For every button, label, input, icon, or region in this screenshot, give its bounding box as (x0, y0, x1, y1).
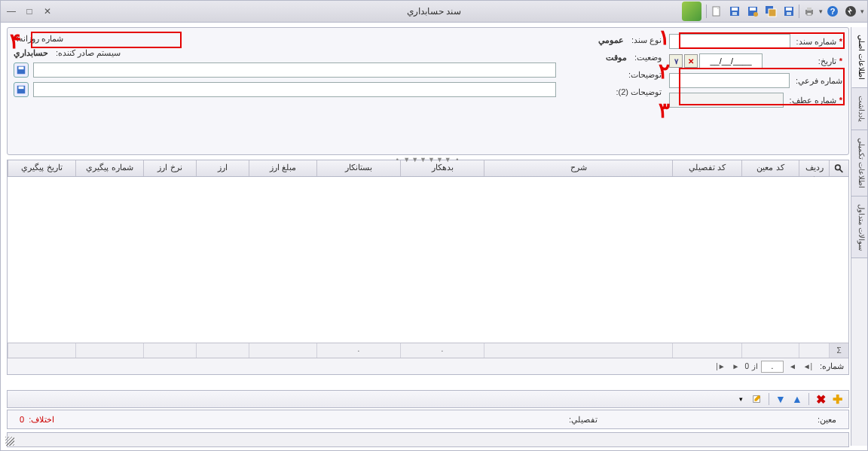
grid-toolbar: ✚ ✖ ▲ ▼ ▾ (7, 390, 849, 408)
nav-last-icon[interactable]: ►| (714, 361, 726, 373)
col-tafsili[interactable]: کد تفصيلي (672, 160, 741, 176)
atf-number-label: شماره عطف: (787, 96, 842, 105)
minimize-icon[interactable]: — (5, 5, 17, 17)
tab-note[interactable]: يادداشت (851, 88, 867, 130)
window-controls: ✕ □ — (5, 5, 53, 17)
svg-rect-16 (732, 12, 737, 15)
svg-line-23 (839, 169, 842, 172)
col-t-peygiri[interactable]: تاريخ پيگيري (8, 160, 75, 176)
date-input[interactable] (699, 53, 763, 69)
body: اطلاعات اصلي يادداشت اطلاعات تکميلي سوال… (0, 23, 868, 451)
col-row[interactable]: رديف ▲ (799, 160, 829, 176)
grid-body[interactable] (8, 177, 848, 343)
svg-rect-21 (19, 87, 24, 90)
add-row-icon[interactable]: ✚ (830, 392, 844, 406)
doc-number-input[interactable] (669, 34, 790, 49)
desc2-input[interactable] (33, 82, 556, 97)
sub-number-input[interactable] (669, 73, 790, 88)
search-column-icon[interactable] (829, 160, 848, 176)
app-logo (682, 2, 701, 21)
doc-type-value: عمومي (598, 35, 624, 45)
print-icon[interactable] (801, 3, 818, 20)
nav-shomare-label: شماره: (817, 361, 844, 371)
sum-bestankar: . (316, 343, 400, 358)
footer-bar (7, 432, 849, 447)
move-down-icon[interactable]: ▼ (774, 392, 787, 406)
desc-label: توضيحات: (625, 70, 662, 79)
dropdown-arrow-icon[interactable]: ▾ (819, 8, 823, 15)
doc-number-label: شماره سند: (793, 37, 842, 47)
toolbar: ▾ ? ▾ (682, 2, 864, 21)
nav-next-icon[interactable]: ► (729, 361, 741, 373)
delete-row-icon[interactable]: ✖ (814, 392, 827, 406)
dropdown-tool-icon[interactable]: ▾ (734, 392, 747, 406)
col-arz[interactable]: ارز (196, 160, 249, 176)
tab-extra-info[interactable]: اطلاعات تکميلي (851, 130, 867, 197)
clear-date-icon[interactable]: ✕ (684, 54, 698, 68)
annotation-number-3: ۳ (659, 98, 670, 123)
move-up-icon[interactable]: ▲ (790, 392, 804, 406)
nav-total: 0 (744, 362, 749, 370)
grip-icon[interactable]: • ▼▼▼▼▼▼ • (396, 156, 460, 163)
svg-rect-10 (769, 9, 776, 17)
sum-bedehkar: . (400, 343, 484, 358)
svg-rect-15 (732, 8, 738, 11)
dropdown-arrow-icon[interactable]: ▾ (860, 8, 864, 15)
side-tabs: اطلاعات اصلي يادداشت اطلاعات تکميلي سوال… (851, 27, 867, 446)
svg-rect-4 (807, 8, 811, 11)
window-title: سند حسابداري (407, 6, 461, 17)
edit-note-icon[interactable] (750, 392, 764, 406)
help-icon[interactable]: ? (824, 3, 841, 20)
nav-first-icon[interactable]: |◄ (802, 361, 814, 373)
status-label: وضعيت: (631, 53, 662, 62)
save-desc-icon[interactable] (14, 62, 29, 78)
svg-point-22 (836, 165, 841, 170)
info-ekhtelaf: اختلاف: 0 (8, 415, 66, 425)
save-icon[interactable] (726, 3, 743, 20)
col-sh-peygiri[interactable]: شماره پيگيري (75, 160, 143, 176)
issuer-label: سيستم صادر کننده: (53, 48, 121, 58)
svg-rect-5 (807, 13, 811, 15)
annotation-number-2: ۲ (659, 59, 670, 84)
desc2-label: توضيحات (2): (613, 87, 662, 96)
window: ✕ □ — سند حسابداري ▾ ? ▾ اطلاعات اصلي يا… (0, 0, 868, 451)
svg-rect-12 (750, 8, 756, 11)
date-label: تاريخ: (815, 56, 842, 66)
grid-navigator: شماره: |◄ ◄ از 0 ► ►| (8, 358, 848, 374)
col-nerkh[interactable]: نرخ ارز (143, 160, 196, 176)
grid-summary: Σ . . (8, 343, 848, 358)
info-bar: معين: تفصيلي: اختلاف: 0 (7, 410, 849, 429)
save-as-icon[interactable] (781, 3, 797, 20)
svg-rect-8 (787, 12, 791, 15)
svg-point-13 (753, 12, 758, 17)
svg-rect-7 (786, 8, 792, 11)
col-bestankar[interactable]: بستانکار (316, 160, 400, 176)
col-moin[interactable]: کد معين (741, 160, 799, 176)
grid: • ▼▼▼▼▼▼ • رديف ▲ کد معين کد تفصيلي شرح … (7, 160, 849, 375)
nav-current-input[interactable] (761, 361, 784, 373)
save-all-icon[interactable] (763, 3, 779, 20)
new-icon[interactable] (708, 3, 725, 20)
resize-grip-icon[interactable] (5, 437, 14, 446)
info-tafsili: تفصيلي: (557, 415, 610, 425)
svg-rect-19 (19, 67, 24, 70)
nav-prev-icon[interactable]: ◄ (787, 361, 799, 373)
flash-icon[interactable] (842, 3, 859, 20)
nav-az-label: از (752, 362, 758, 370)
col-sharh[interactable]: شرح (484, 160, 672, 176)
col-mablagh-arz[interactable]: مبلغ ارز (249, 160, 316, 176)
atf-number-input[interactable] (669, 93, 784, 108)
desc-input[interactable] (33, 62, 556, 78)
sigma-icon: Σ (829, 343, 848, 358)
tab-main-info[interactable]: اطلاعات اصلي (851, 27, 867, 88)
save-new-icon[interactable] (744, 3, 761, 20)
save-desc2-icon[interactable] (14, 82, 29, 97)
form-panel: شماره سند: تاريخ: ✕ ۷ شماره فرعي: (7, 27, 849, 155)
calendar-icon[interactable]: ۷ (669, 54, 683, 68)
close-icon[interactable]: ✕ (41, 5, 53, 17)
doc-type-label: نوع سند: (628, 35, 662, 45)
tab-faq[interactable]: سوالات متداول (851, 197, 867, 259)
annotation-number-4: ۴ (10, 29, 21, 53)
annotation-number-1: ۱ (659, 25, 670, 50)
maximize-icon[interactable]: □ (23, 5, 35, 17)
